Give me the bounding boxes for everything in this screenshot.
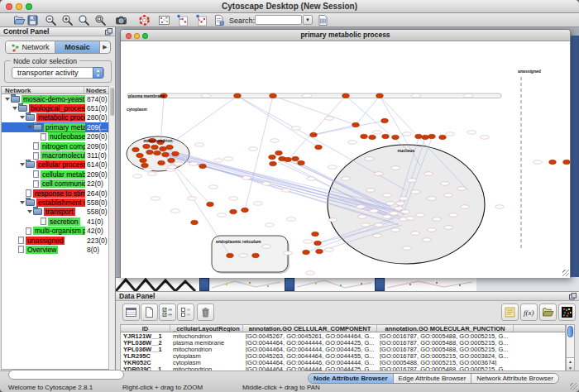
graph-node[interactable]: [136, 153, 144, 157]
graph-node[interactable]: [369, 135, 376, 139]
graph-node[interactable]: [549, 160, 557, 164]
graph-node[interactable]: [132, 147, 140, 151]
plasma-membrane-region[interactable]: [127, 93, 501, 98]
graph-node[interactable]: [292, 156, 299, 160]
column-header-molecular-function[interactable]: annotation.GO MOLECULAR_FUNCTION: [377, 325, 514, 332]
node-color-dropdown[interactable]: transporter activity ▲▼: [12, 67, 104, 79]
attribute-browser-tab[interactable]: Network Attribute Browser: [471, 374, 557, 383]
graph-node[interactable]: [563, 160, 570, 164]
unselect-attributes-icon[interactable]: [177, 304, 194, 321]
float-panel-icon[interactable]: [105, 28, 112, 36]
expand-triangle-icon[interactable]: [4, 95, 11, 103]
expand-triangle-icon[interactable]: [19, 160, 26, 169]
notes-icon[interactable]: [501, 304, 519, 321]
graph-node[interactable]: [158, 160, 165, 165]
close-view-icon[interactable]: [126, 33, 132, 39]
column-header-cellular-component[interactable]: annotation.GO CELLULAR_COMPONENT: [243, 325, 377, 332]
expand-triangle-icon[interactable]: [26, 123, 33, 131]
zoom-in-icon[interactable]: [61, 14, 74, 26]
save-session-icon[interactable]: [26, 14, 39, 26]
table-scrollbar-thumb[interactable]: [567, 326, 573, 337]
graph-node[interactable]: [314, 241, 322, 245]
tab-overflow-icon[interactable]: ▶: [100, 41, 110, 53]
attribute-grid-icon[interactable]: [122, 304, 140, 321]
zoom-out-icon[interactable]: [45, 14, 57, 26]
tree-row[interactable]: establishment of lo558(0): [2, 198, 108, 207]
tree-row[interactable]: macromolecule311(0): [2, 151, 108, 160]
tree-row[interactable]: primary metabo209(...: [2, 122, 108, 131]
network-canvas[interactable]: plasma membranecytoplasmmitochondrionnuc…: [121, 41, 570, 278]
column-header-id[interactable]: ID: [121, 325, 170, 332]
graph-node[interactable]: [428, 134, 436, 138]
graph-node[interactable]: [298, 160, 305, 165]
new-attribute-icon[interactable]: [141, 304, 158, 321]
select-attributes-icon[interactable]: [159, 304, 176, 321]
tree-row[interactable]: multi-organism pro42(0): [2, 226, 108, 235]
graph-node[interactable]: [199, 164, 207, 168]
tree-row[interactable]: transport558(0): [2, 208, 108, 217]
graph-node[interactable]: [270, 93, 277, 98]
graph-node[interactable]: [439, 135, 447, 139]
snapshot-icon[interactable]: [115, 14, 127, 26]
graph-node[interactable]: [316, 249, 323, 253]
tab-mosaic[interactable]: Mosaic: [55, 41, 100, 53]
graph-node[interactable]: [234, 93, 242, 98]
graph-node[interactable]: [376, 93, 384, 98]
matrix-icon[interactable]: [558, 304, 576, 321]
graph-node[interactable]: [146, 150, 154, 154]
attribute-browser-tab[interactable]: Edge Attribute Browser: [394, 374, 472, 383]
import-table-icon[interactable]: [317, 14, 329, 26]
tree-row[interactable]: biological_process651(0): [2, 103, 108, 112]
import-attributes-icon[interactable]: [539, 304, 557, 321]
graph-node[interactable]: [275, 151, 283, 155]
minimize-window-icon[interactable]: [16, 3, 22, 10]
graph-node[interactable]: [392, 135, 400, 139]
graph-node[interactable]: [160, 146, 167, 151]
tree-row[interactable]: cellular process614(0): [2, 160, 108, 170]
graph-node[interactable]: [207, 202, 214, 206]
graph-node[interactable]: [342, 93, 350, 98]
expand-triangle-icon[interactable]: [12, 104, 18, 112]
nucleus-region[interactable]: [328, 145, 485, 264]
graph-node[interactable]: [269, 155, 276, 159]
minimize-view-icon[interactable]: [134, 33, 140, 39]
graph-node[interactable]: [382, 134, 390, 138]
delete-attribute-icon[interactable]: [197, 304, 214, 321]
graph-node[interactable]: [191, 220, 199, 224]
graph-node[interactable]: [168, 158, 175, 162]
tree-row[interactable]: cell communicat22(0): [2, 179, 108, 189]
column-header-region[interactable]: _cellularLayoutRegion: [170, 325, 243, 332]
expand-triangle-icon[interactable]: [19, 198, 26, 207]
tree-row[interactable]: nitrogen compo209(0): [2, 141, 108, 151]
table-row[interactable]: YJR121W__1mitochondrion[GO:0045267, GO:0…: [121, 332, 565, 339]
tree-scrollbar[interactable]: [108, 86, 114, 370]
tree-row[interactable]: unassigned223(0): [2, 236, 108, 245]
table-scroll-arrows[interactable]: ▲▼: [567, 357, 574, 370]
graph-node[interactable]: [140, 158, 147, 162]
tree-row[interactable]: Overview8(0): [2, 245, 108, 254]
graph-node[interactable]: [270, 161, 277, 165]
tree-scrollbar-thumb[interactable]: [110, 88, 114, 116]
graph-node[interactable]: [352, 122, 360, 127]
graph-node[interactable]: [141, 163, 149, 167]
tree-row[interactable]: secretion41(0): [2, 217, 108, 226]
table-row[interactable]: YLR295Ccytoplasm[GO:0045263, GO:0044464,…: [121, 352, 565, 359]
attribute-browser-tab[interactable]: Node Attribute Browser: [309, 374, 394, 383]
zoom-fit-icon[interactable]: [94, 14, 107, 26]
annotation-icon[interactable]: [213, 14, 225, 26]
graph-node[interactable]: [415, 134, 423, 138]
expand-triangle-icon[interactable]: [19, 113, 26, 122]
table-row[interactable]: YPL036W__2plasma membrane[GO:0044464, GO…: [121, 339, 565, 346]
dropdown-arrows-icon[interactable]: ▲▼: [93, 67, 103, 79]
expand-triangle-icon[interactable]: [26, 208, 33, 216]
graph-node[interactable]: [252, 253, 260, 257]
table-scrollbar[interactable]: ▲▼: [566, 324, 575, 371]
graph-node[interactable]: [230, 209, 237, 213]
float-panel-icon[interactable]: [569, 293, 577, 300]
tab-network[interactable]: Network: [6, 41, 55, 53]
table-row[interactable]: YPL036W__1mitochondrion[GO:0044464, GO:0…: [121, 346, 565, 352]
graph-node[interactable]: [242, 208, 249, 212]
graph-node[interactable]: [162, 152, 170, 156]
graph-node[interactable]: [422, 135, 429, 139]
zoom-selected-icon[interactable]: [78, 14, 90, 26]
